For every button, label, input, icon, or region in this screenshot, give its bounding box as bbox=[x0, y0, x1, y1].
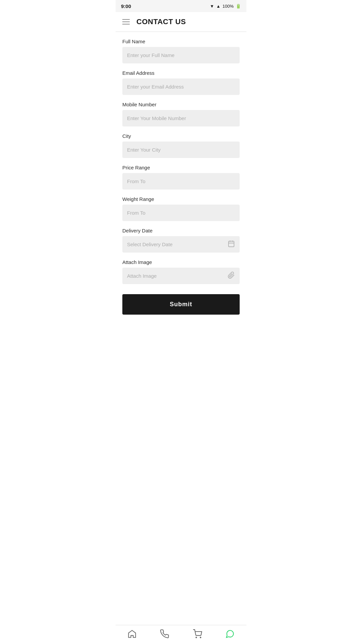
bottom-navigation bbox=[116, 625, 246, 644]
nav-home[interactable] bbox=[127, 629, 137, 639]
attach-image-group: Attach Image bbox=[122, 259, 240, 284]
email-input[interactable] bbox=[122, 78, 240, 95]
email-group: Email Address bbox=[122, 70, 240, 95]
delivery-date-wrapper bbox=[122, 236, 240, 253]
nav-phone[interactable] bbox=[160, 629, 169, 639]
hamburger-menu-button[interactable] bbox=[122, 19, 130, 24]
weight-range-label: Weight Range bbox=[122, 196, 240, 202]
submit-button[interactable]: Submit bbox=[122, 294, 240, 315]
delivery-date-input[interactable] bbox=[122, 236, 240, 253]
price-range-input[interactable] bbox=[122, 173, 240, 190]
city-label: City bbox=[122, 133, 240, 139]
delivery-date-label: Delivery Date bbox=[122, 228, 240, 233]
nav-whatsapp[interactable] bbox=[225, 629, 235, 639]
attach-image-input[interactable] bbox=[122, 268, 240, 284]
status-icons: ▼ ▲ 100% 🔋 bbox=[210, 4, 241, 9]
svg-rect-0 bbox=[229, 241, 234, 247]
delivery-date-group: Delivery Date bbox=[122, 228, 240, 253]
signal-icon: ▲ bbox=[216, 4, 221, 9]
full-name-group: Full Name bbox=[122, 39, 240, 63]
attach-image-label: Attach Image bbox=[122, 259, 240, 265]
email-label: Email Address bbox=[122, 70, 240, 76]
nav-cart[interactable] bbox=[193, 629, 202, 639]
weight-range-group: Weight Range bbox=[122, 196, 240, 221]
mobile-input[interactable] bbox=[122, 110, 240, 126]
mobile-group: Mobile Number bbox=[122, 102, 240, 126]
cart-icon bbox=[193, 629, 202, 639]
home-icon bbox=[127, 629, 137, 639]
header: CONTACT US bbox=[116, 12, 246, 32]
paperclip-icon bbox=[228, 271, 235, 280]
full-name-input[interactable] bbox=[122, 47, 240, 63]
calendar-icon bbox=[228, 240, 235, 249]
svg-point-5 bbox=[200, 637, 201, 638]
wifi-icon: ▼ bbox=[210, 4, 214, 9]
status-bar: 9:00 ▼ ▲ 100% 🔋 bbox=[116, 0, 246, 12]
status-time: 9:00 bbox=[121, 3, 131, 9]
battery-text: 100% bbox=[223, 4, 234, 9]
phone-icon bbox=[160, 629, 169, 639]
contact-form: Full Name Email Address Mobile Number Ci… bbox=[116, 32, 246, 348]
full-name-label: Full Name bbox=[122, 39, 240, 44]
svg-point-4 bbox=[196, 637, 196, 638]
whatsapp-icon bbox=[225, 629, 235, 639]
price-range-label: Price Range bbox=[122, 165, 240, 170]
city-group: City bbox=[122, 133, 240, 158]
battery-icon: 🔋 bbox=[236, 4, 241, 9]
page-title: CONTACT US bbox=[136, 17, 186, 26]
price-range-group: Price Range bbox=[122, 165, 240, 190]
city-input[interactable] bbox=[122, 142, 240, 158]
weight-range-input[interactable] bbox=[122, 205, 240, 221]
mobile-label: Mobile Number bbox=[122, 102, 240, 107]
attach-image-wrapper bbox=[122, 268, 240, 284]
